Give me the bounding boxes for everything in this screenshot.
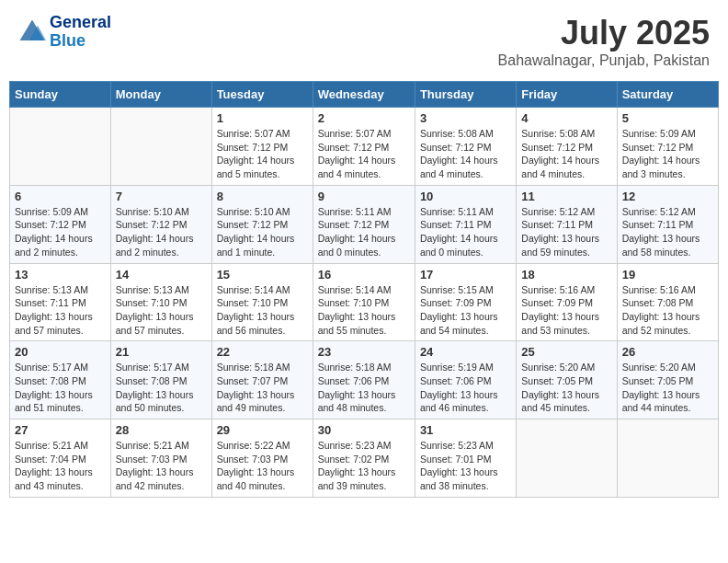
week-row-3: 13Sunrise: 5:13 AM Sunset: 7:11 PM Dayli… [10,263,719,341]
day-number: 15 [217,268,308,282]
day-info: Sunrise: 5:11 AM Sunset: 7:11 PM Dayligh… [420,205,511,259]
weekday-header-row: SundayMondayTuesdayWednesdayThursdayFrid… [10,82,719,108]
calendar-cell: 26Sunrise: 5:20 AM Sunset: 7:05 PM Dayli… [617,341,718,419]
day-info: Sunrise: 5:22 AM Sunset: 7:03 PM Dayligh… [217,439,308,493]
day-info: Sunrise: 5:20 AM Sunset: 7:05 PM Dayligh… [521,361,611,415]
day-info: Sunrise: 5:09 AM Sunset: 7:12 PM Dayligh… [15,205,106,259]
day-number: 20 [15,345,106,359]
day-number: 16 [318,268,410,282]
calendar-cell: 11Sunrise: 5:12 AM Sunset: 7:11 PM Dayli… [517,185,617,263]
day-info: Sunrise: 5:07 AM Sunset: 7:12 PM Dayligh… [217,127,308,181]
calendar-cell: 23Sunrise: 5:18 AM Sunset: 7:06 PM Dayli… [313,341,415,419]
calendar-cell: 21Sunrise: 5:17 AM Sunset: 7:08 PM Dayli… [110,341,211,419]
day-info: Sunrise: 5:21 AM Sunset: 7:04 PM Dayligh… [15,439,106,493]
day-number: 21 [116,345,207,359]
day-info: Sunrise: 5:10 AM Sunset: 7:12 PM Dayligh… [116,205,207,259]
day-number: 28 [116,423,207,437]
weekday-header-saturday: Saturday [617,82,718,108]
day-number: 6 [15,190,106,203]
day-info: Sunrise: 5:08 AM Sunset: 7:12 PM Dayligh… [521,127,611,181]
day-info: Sunrise: 5:11 AM Sunset: 7:12 PM Dayligh… [318,205,410,259]
page-header: General Blue July 2025 Bahawalnagar, Pun… [9,9,719,74]
week-row-4: 20Sunrise: 5:17 AM Sunset: 7:08 PM Dayli… [10,341,719,419]
day-number: 8 [217,190,308,203]
day-number: 14 [116,268,207,282]
day-number: 30 [318,423,410,437]
day-info: Sunrise: 5:17 AM Sunset: 7:08 PM Dayligh… [15,361,106,415]
calendar-cell: 19Sunrise: 5:16 AM Sunset: 7:08 PM Dayli… [617,263,718,341]
day-number: 7 [116,190,207,203]
calendar-cell: 12Sunrise: 5:12 AM Sunset: 7:11 PM Dayli… [617,185,718,263]
day-number: 12 [622,190,713,203]
day-number: 18 [521,268,611,282]
day-number: 5 [622,111,713,125]
day-info: Sunrise: 5:18 AM Sunset: 7:07 PM Dayligh… [217,361,308,415]
week-row-1: 1Sunrise: 5:07 AM Sunset: 7:12 PM Daylig… [10,108,719,186]
day-number: 13 [15,268,106,282]
day-info: Sunrise: 5:07 AM Sunset: 7:12 PM Dayligh… [318,127,410,181]
calendar-cell: 13Sunrise: 5:13 AM Sunset: 7:11 PM Dayli… [10,263,111,341]
day-number: 2 [318,111,410,125]
day-info: Sunrise: 5:20 AM Sunset: 7:05 PM Dayligh… [622,361,713,415]
calendar-cell: 22Sunrise: 5:18 AM Sunset: 7:07 PM Dayli… [211,341,313,419]
day-number: 23 [318,345,410,359]
day-info: Sunrise: 5:23 AM Sunset: 7:02 PM Dayligh… [318,439,410,493]
calendar-cell: 30Sunrise: 5:23 AM Sunset: 7:02 PM Dayli… [313,419,415,498]
calendar-cell [517,419,617,498]
page-subtitle: Bahawalnagar, Punjab, Pakistan [498,52,710,69]
day-number: 31 [420,423,511,437]
day-info: Sunrise: 5:19 AM Sunset: 7:06 PM Dayligh… [420,361,511,415]
day-number: 9 [318,190,410,203]
calendar-cell: 2Sunrise: 5:07 AM Sunset: 7:12 PM Daylig… [313,108,415,186]
week-row-5: 27Sunrise: 5:21 AM Sunset: 7:04 PM Dayli… [10,419,719,498]
day-info: Sunrise: 5:16 AM Sunset: 7:09 PM Dayligh… [521,283,611,338]
day-info: Sunrise: 5:09 AM Sunset: 7:12 PM Dayligh… [622,127,713,181]
calendar-cell: 10Sunrise: 5:11 AM Sunset: 7:11 PM Dayli… [415,185,516,263]
calendar-cell: 16Sunrise: 5:14 AM Sunset: 7:10 PM Dayli… [313,263,415,341]
weekday-header-friday: Friday [517,82,617,108]
calendar-cell [617,419,718,498]
calendar-cell: 8Sunrise: 5:10 AM Sunset: 7:12 PM Daylig… [211,185,313,263]
day-info: Sunrise: 5:18 AM Sunset: 7:06 PM Dayligh… [318,361,410,415]
logo-icon [18,18,46,46]
day-info: Sunrise: 5:13 AM Sunset: 7:10 PM Dayligh… [116,283,207,338]
day-info: Sunrise: 5:17 AM Sunset: 7:08 PM Dayligh… [116,361,207,415]
calendar-cell: 18Sunrise: 5:16 AM Sunset: 7:09 PM Dayli… [517,263,617,341]
calendar-cell: 6Sunrise: 5:09 AM Sunset: 7:12 PM Daylig… [10,185,111,263]
day-number: 25 [521,345,611,359]
day-number: 1 [217,111,308,125]
calendar-cell: 27Sunrise: 5:21 AM Sunset: 7:04 PM Dayli… [10,419,111,498]
weekday-header-monday: Monday [110,82,211,108]
day-number: 26 [622,345,713,359]
logo-line1: General [50,14,111,32]
day-info: Sunrise: 5:23 AM Sunset: 7:01 PM Dayligh… [420,439,511,493]
day-info: Sunrise: 5:21 AM Sunset: 7:03 PM Dayligh… [116,439,207,493]
day-info: Sunrise: 5:08 AM Sunset: 7:12 PM Dayligh… [420,127,511,181]
day-number: 24 [420,345,511,359]
day-number: 29 [217,423,308,437]
day-info: Sunrise: 5:12 AM Sunset: 7:11 PM Dayligh… [622,205,713,259]
day-number: 3 [420,111,511,125]
logo-line2: Blue [50,32,111,51]
calendar-cell [10,108,111,186]
calendar-cell: 17Sunrise: 5:15 AM Sunset: 7:09 PM Dayli… [415,263,516,341]
day-info: Sunrise: 5:14 AM Sunset: 7:10 PM Dayligh… [217,283,308,338]
week-row-2: 6Sunrise: 5:09 AM Sunset: 7:12 PM Daylig… [10,185,719,263]
day-number: 19 [622,268,713,282]
calendar-cell: 3Sunrise: 5:08 AM Sunset: 7:12 PM Daylig… [415,108,516,186]
calendar-cell: 20Sunrise: 5:17 AM Sunset: 7:08 PM Dayli… [10,341,111,419]
calendar-cell: 14Sunrise: 5:13 AM Sunset: 7:10 PM Dayli… [110,263,211,341]
calendar-cell: 25Sunrise: 5:20 AM Sunset: 7:05 PM Dayli… [517,341,617,419]
calendar-cell: 5Sunrise: 5:09 AM Sunset: 7:12 PM Daylig… [617,108,718,186]
logo: General Blue [18,14,111,51]
weekday-header-thursday: Thursday [415,82,516,108]
day-number: 11 [521,190,611,203]
day-number: 4 [521,111,611,125]
day-info: Sunrise: 5:12 AM Sunset: 7:11 PM Dayligh… [521,205,611,259]
day-info: Sunrise: 5:10 AM Sunset: 7:12 PM Dayligh… [217,205,308,259]
day-number: 22 [217,345,308,359]
title-block: July 2025 Bahawalnagar, Punjab, Pakistan [498,14,710,69]
day-info: Sunrise: 5:14 AM Sunset: 7:10 PM Dayligh… [318,283,410,338]
calendar-cell: 24Sunrise: 5:19 AM Sunset: 7:06 PM Dayli… [415,341,516,419]
calendar-cell: 28Sunrise: 5:21 AM Sunset: 7:03 PM Dayli… [110,419,211,498]
